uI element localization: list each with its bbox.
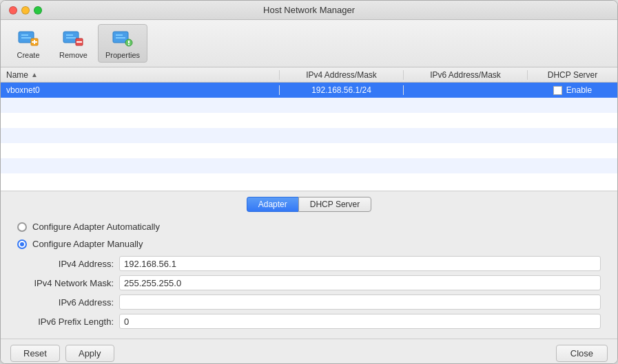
table-row-empty	[1, 143, 617, 158]
titlebar: Host Network Manager	[1, 1, 617, 20]
col-name: Name ▲	[1, 70, 280, 80]
minimize-window-button[interactable]	[21, 6, 30, 14]
remove-button[interactable]: Remove	[52, 24, 95, 63]
radio-auto[interactable]	[17, 222, 27, 232]
footer-left-buttons: Reset Apply	[10, 345, 114, 362]
table-row[interactable]: vboxnet0 192.168.56.1/24 Enable	[1, 83, 617, 98]
label-ipv6-address: IPv6 Address:	[17, 297, 114, 308]
dhcp-enable-label: Enable	[566, 85, 592, 95]
table-body: vboxnet0 192.168.56.1/24 Enable	[1, 83, 617, 191]
svg-rect-8	[66, 37, 76, 39]
svg-rect-2	[21, 37, 31, 39]
remove-icon	[62, 28, 84, 50]
adapter-form: Configure Adapter Automatically Configur…	[1, 216, 617, 333]
properties-button[interactable]: Properties	[98, 24, 147, 63]
svg-rect-1	[21, 34, 28, 36]
label-ipv4-address: IPv4 Address:	[17, 259, 114, 269]
table-row-empty	[1, 113, 617, 128]
col-dhcp: DHCP Server	[528, 70, 617, 80]
form-row-ipv6-address: IPv6 Address:	[17, 295, 601, 310]
form-row-ipv6-prefix: IPv6 Prefix Length:	[17, 314, 601, 329]
input-ipv6-address[interactable]	[119, 295, 601, 310]
svg-rect-5	[32, 41, 37, 43]
svg-rect-10	[76, 41, 82, 43]
remove-label: Remove	[59, 51, 87, 59]
input-ipv6-prefix[interactable]	[119, 314, 601, 329]
cell-ipv4: 192.168.56.1/24	[280, 85, 404, 95]
col-ipv4: IPv4 Address/Mask	[280, 70, 404, 80]
properties-icon	[112, 28, 134, 50]
apply-button[interactable]: Apply	[65, 345, 114, 362]
close-button[interactable]: Close	[556, 345, 608, 362]
form-row-ipv4-address: IPv4 Address:	[17, 256, 601, 271]
properties-label: Properties	[105, 51, 140, 59]
table-row-empty	[1, 128, 617, 143]
input-ipv4-mask[interactable]	[119, 275, 601, 290]
svg-rect-16	[128, 44, 130, 45]
tab-dhcp-server[interactable]: DHCP Server	[298, 197, 371, 212]
radio-manual-label: Configure Adapter Manually	[32, 239, 143, 249]
table-header: Name ▲ IPv4 Address/Mask IPv6 Address/Ma…	[1, 67, 617, 83]
tab-bar: Adapter DHCP Server	[1, 191, 617, 216]
table-row-empty	[1, 173, 617, 189]
radio-manual[interactable]	[17, 239, 27, 249]
label-ipv6-prefix: IPv6 Prefix Length:	[17, 317, 114, 327]
toolbar: Create Remove	[1, 20, 617, 67]
radio-auto-row: Configure Adapter Automatically	[17, 222, 601, 232]
svg-rect-12	[116, 34, 123, 36]
radio-auto-label: Configure Adapter Automatically	[32, 222, 160, 232]
window-title: Host Network Manager	[263, 5, 355, 15]
label-ipv4-mask: IPv4 Network Mask:	[17, 278, 114, 288]
sort-arrow: ▲	[31, 71, 38, 78]
footer: Reset Apply Close	[1, 339, 617, 364]
svg-rect-7	[66, 34, 73, 36]
maximize-window-button[interactable]	[34, 6, 42, 14]
create-icon	[17, 28, 39, 50]
col-ipv6: IPv6 Address/Mask	[404, 70, 528, 80]
create-button[interactable]: Create	[8, 24, 49, 63]
cell-dhcp: Enable	[528, 85, 617, 95]
svg-rect-13	[116, 37, 125, 39]
close-window-button[interactable]	[9, 6, 17, 14]
titlebar-buttons	[9, 6, 42, 14]
table-row-empty	[1, 158, 617, 173]
network-table: Name ▲ IPv4 Address/Mask IPv6 Address/Ma…	[1, 67, 617, 191]
reset-button[interactable]: Reset	[10, 345, 60, 362]
host-network-manager-window: Host Network Manager Create	[0, 0, 618, 364]
radio-manual-row: Configure Adapter Manually	[17, 239, 601, 249]
table-row-empty	[1, 98, 617, 113]
dhcp-checkbox[interactable]	[553, 86, 562, 95]
cell-name: vboxnet0	[1, 85, 280, 95]
create-label: Create	[17, 51, 39, 59]
form-fields: IPv4 Address: IPv4 Network Mask: IPv6 Ad…	[17, 256, 601, 329]
svg-rect-15	[128, 41, 130, 43]
form-row-ipv4-mask: IPv4 Network Mask:	[17, 275, 601, 290]
bottom-panel: Adapter DHCP Server Configure Adapter Au…	[1, 191, 617, 364]
tab-adapter[interactable]: Adapter	[247, 197, 298, 212]
input-ipv4-address[interactable]	[119, 256, 601, 271]
